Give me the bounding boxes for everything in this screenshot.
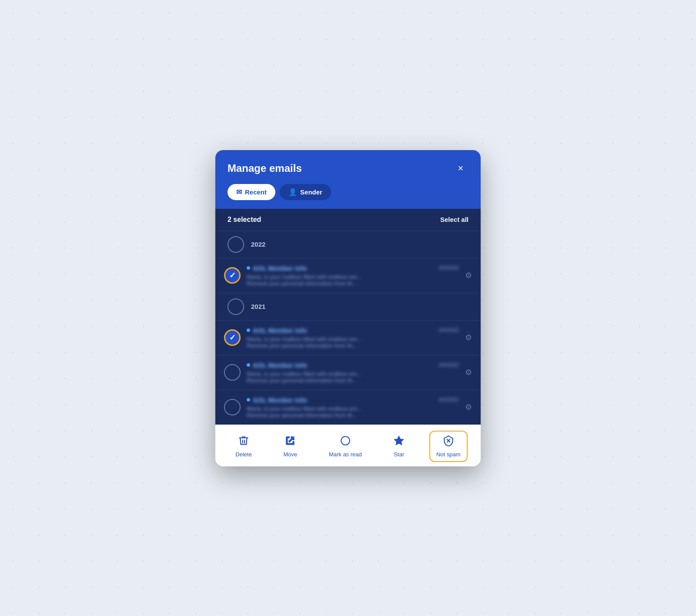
year-checkbox-2021[interactable] <box>228 298 244 315</box>
year-row-2021: 2021 <box>215 293 481 320</box>
star-icon <box>393 435 405 449</box>
email-date-1: 4/4/2022 <box>438 265 459 271</box>
delete-button[interactable]: Delete <box>228 431 259 462</box>
mark-as-read-button[interactable]: Mark as read <box>322 431 369 462</box>
email-sender-2: AOL Member Info <box>247 327 307 334</box>
modal-header: Manage emails × ✉ Recent 👤 Sender <box>215 150 481 209</box>
svg-marker-1 <box>395 436 404 445</box>
move-icon <box>284 435 296 449</box>
manage-emails-modal: Manage emails × ✉ Recent 👤 Sender 2 sele… <box>215 150 481 466</box>
email-item-2[interactable]: AOL Member Info 4/4/2022 Maria, is your … <box>215 320 481 355</box>
modal-title: Manage emails <box>228 162 302 174</box>
email-header-1: AOL Member Info 4/4/2022 <box>247 264 459 272</box>
email-checkbox-2[interactable] <box>224 329 241 346</box>
modal-title-row: Manage emails × <box>228 161 468 176</box>
mark-as-read-icon <box>340 435 351 449</box>
email-item-1[interactable]: AOL Member Info 4/4/2022 Maria, is your … <box>215 258 481 293</box>
email-list: 2022 AOL Member Info 4/4/2022 Maria, <box>215 231 481 425</box>
year-group-2022: 2022 AOL Member Info 4/4/2022 Maria, <box>215 231 481 293</box>
bottom-toolbar: Delete Move Mark as read <box>215 425 481 466</box>
email-checkbox-4[interactable] <box>224 399 241 415</box>
email-date-4: 4/4/2022 <box>438 397 459 403</box>
email-preview-3b: Remove your personal information from th… <box>247 377 459 384</box>
star-button[interactable]: Star <box>386 431 412 462</box>
email-preview-2b: Remove your personal information from th… <box>247 342 459 349</box>
email-preview-1b: Remove your personal information from th… <box>247 280 459 287</box>
selection-bar: 2 selected Select all <box>215 209 481 231</box>
email-checkbox-3[interactable] <box>224 364 241 381</box>
delete-label: Delete <box>235 451 252 458</box>
tabs-row: ✉ Recent 👤 Sender <box>228 184 468 200</box>
unread-dot-2 <box>247 328 250 332</box>
select-all-button[interactable]: Select all <box>440 216 468 223</box>
email-sender-1: AOL Member Info <box>247 264 307 272</box>
email-content-3: AOL Member Info 4/4/2022 Maria, is your … <box>247 362 459 384</box>
not-spam-icon <box>443 435 454 449</box>
email-preview-3a: Maria, is your mailbox filled with endle… <box>247 371 459 377</box>
email-header-2: AOL Member Info 4/4/2022 <box>247 327 459 334</box>
unread-dot-1 <box>247 266 250 270</box>
unread-dot-4 <box>247 398 250 402</box>
email-checkbox-1[interactable] <box>224 267 241 284</box>
close-button[interactable]: × <box>453 161 468 176</box>
year-checkbox-2022[interactable] <box>228 236 244 253</box>
move-button[interactable]: Move <box>276 431 304 462</box>
tab-sender-label: Sender <box>300 188 322 196</box>
email-action-icon-3: ⚙ <box>465 368 472 377</box>
email-action-icon-4: ⚙ <box>465 402 472 412</box>
selected-count: 2 selected <box>228 216 261 224</box>
email-sender-3: AOL Member Info <box>247 362 307 369</box>
delete-icon <box>238 435 249 449</box>
email-preview-2a: Maria, is your mailbox filled with endle… <box>247 336 459 342</box>
email-action-icon-2: ⚙ <box>465 333 472 342</box>
email-item-4[interactable]: AOL Member Info 4/4/2022 Maria, is your … <box>215 390 481 425</box>
tab-recent[interactable]: ✉ Recent <box>228 184 275 200</box>
email-sender-4: AOL Member Info <box>247 396 307 404</box>
email-content-2: AOL Member Info 4/4/2022 Maria, is your … <box>247 327 459 349</box>
unread-dot-3 <box>247 363 250 367</box>
svg-point-0 <box>341 436 350 445</box>
email-item-3[interactable]: AOL Member Info 4/4/2022 Maria, is your … <box>215 355 481 390</box>
tab-recent-label: Recent <box>245 188 267 196</box>
year-group-2021: 2021 AOL Member Info 4/4/2022 Maria <box>215 293 481 425</box>
email-date-2: 4/4/2022 <box>438 327 459 333</box>
year-label-2021: 2021 <box>251 303 265 310</box>
mail-icon: ✉ <box>236 188 242 196</box>
year-row-2022: 2022 <box>215 231 481 258</box>
email-header-4: AOL Member Info 4/4/2022 <box>247 396 459 404</box>
not-spam-label: Not spam <box>436 451 461 458</box>
email-header-3: AOL Member Info 4/4/2022 <box>247 362 459 369</box>
email-content-1: AOL Member Info 4/4/2022 Maria, is your … <box>247 264 459 287</box>
year-label-2022: 2022 <box>251 241 265 248</box>
email-preview-1a: Maria, is your mailbox filled with endle… <box>247 274 459 280</box>
email-content-4: AOL Member Info 4/4/2022 Maria, is your … <box>247 396 459 418</box>
modal-body: 2 selected Select all 2022 <box>215 209 481 425</box>
sender-icon: 👤 <box>288 188 297 196</box>
tab-sender[interactable]: 👤 Sender <box>280 184 331 200</box>
star-label: Star <box>394 451 404 458</box>
email-action-icon-1: ⚙ <box>465 271 472 280</box>
email-preview-4a: Maria, is your mailbox filled with endle… <box>247 405 459 412</box>
email-date-3: 4/4/2022 <box>438 362 459 368</box>
not-spam-button[interactable]: Not spam <box>429 431 468 462</box>
email-preview-4b: Remove your personal information from th… <box>247 412 459 418</box>
mark-as-read-label: Mark as read <box>329 451 362 458</box>
move-label: Move <box>283 451 297 458</box>
